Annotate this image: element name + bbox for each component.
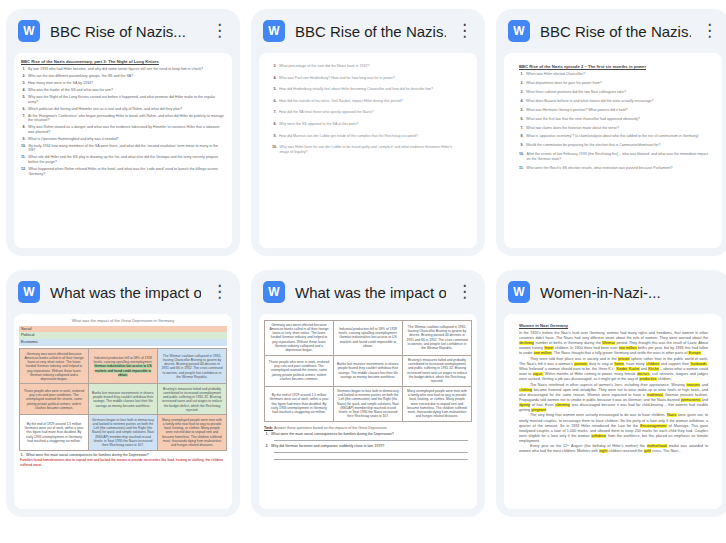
doc-list-number: 11. bbox=[21, 155, 28, 164]
doc-list-text: What three cabinet positions did the two… bbox=[526, 90, 709, 95]
doc-list-item: 10.After the events of late February 193… bbox=[519, 152, 709, 161]
file-card[interactable]: W Women-in-Nazi-... ⋮ Women in Nazi Germ… bbox=[496, 270, 726, 517]
table-cell: Those people who were in work, endured p… bbox=[20, 384, 89, 415]
doc-question-text: What were the main social consequences f… bbox=[271, 432, 472, 436]
doc-list-text: Who was the leader of the SS and what wa… bbox=[28, 88, 224, 93]
doc-list-item: 7.How did the SA treat those who openly … bbox=[272, 110, 461, 115]
impact-table: Germany was worst affected because Ameri… bbox=[19, 348, 227, 450]
file-title: BBC Rise of Nazis... bbox=[50, 23, 201, 40]
doc-list-text: What was Hermann Goring's position? What… bbox=[526, 108, 709, 113]
doc-preview-thumbnail[interactable]: What was the impact of the Great Depress… bbox=[14, 314, 232, 509]
doc-list-item: 1.When was Hitler elected Chancellor? bbox=[519, 72, 709, 77]
file-card-header: W BBC Rise of the Nazis... ⋮ bbox=[496, 9, 726, 53]
doc-list-item: 5.How did Hindenburg initially feel abou… bbox=[272, 87, 461, 92]
highlighted-text: children bbox=[646, 362, 660, 366]
doc-list-text: What is Operation Hummingbird and why wa… bbox=[28, 137, 224, 142]
doc-list-item: 9.How did Marinus van der Lubbe get insi… bbox=[272, 134, 461, 139]
highlighted-text: productive bbox=[639, 377, 657, 381]
doc-list-number: 10. bbox=[272, 145, 280, 155]
doc-list-item: 9.What is Operation Hummingbird and why … bbox=[21, 137, 224, 142]
highlighted-text: argue bbox=[533, 372, 543, 376]
file-card[interactable]: W BBC Rise of the Nazis... ⋮ BBC Rise of… bbox=[496, 9, 726, 256]
doc-list-text: Which politician did Goring and Himmler … bbox=[28, 107, 224, 112]
doc-list-text: Why was Hitler keen for van der Lubbe to… bbox=[280, 145, 462, 155]
table-row: Germany was worst affected because Ameri… bbox=[20, 349, 227, 384]
doc-list-text: Why were the SS opposed to the SA at thi… bbox=[279, 122, 461, 127]
doc-list-number: 9. bbox=[519, 143, 526, 148]
doc-list-text: What is 'apparatus economy'? (a claim/an… bbox=[526, 134, 709, 139]
highlighted-text: permanents bbox=[681, 398, 701, 402]
highlighted-text: pregnant bbox=[531, 408, 546, 412]
file-card[interactable]: W BBC Rise of Nazis... ⋮ BBC Rise of the… bbox=[6, 9, 240, 256]
more-options-icon[interactable]: ⋮ bbox=[211, 281, 228, 303]
file-card[interactable]: W What was the impact o... ⋮ Germany was… bbox=[251, 270, 485, 517]
doc-list-item: 8.Why were the SS opposed to the SA at t… bbox=[272, 122, 461, 127]
doc-paragraph: Every year on the 12ᵗʰ August (the birth… bbox=[519, 444, 708, 454]
doc-list-text: What happened when Rohm refused Hitler a… bbox=[29, 167, 225, 176]
doc-list-item: 8.What is 'apparatus economy'? (a claim/… bbox=[519, 134, 709, 139]
highlighted-text: doctors bbox=[637, 372, 650, 376]
doc-list-text: Why was Rohm viewed as a danger, and wha… bbox=[28, 125, 224, 134]
word-file-icon: W bbox=[263, 281, 285, 303]
doc-list-text: Would the commission be preparing for th… bbox=[526, 143, 709, 148]
doc-list-number: 3. bbox=[272, 64, 279, 69]
doc-list-text: What was the first law that the new chan… bbox=[526, 117, 709, 122]
doc-list-number: 5. bbox=[519, 108, 526, 113]
doc-preview-thumbnail[interactable]: BBC Rise of the Nazis episode 2 – The fi… bbox=[504, 53, 722, 248]
doc-list-number: 3. bbox=[21, 81, 28, 86]
doc-list-item: 6.What was the first law that the new ch… bbox=[519, 117, 709, 122]
highlighted-text: Nazis bbox=[667, 413, 677, 417]
doc-list-number: 3. bbox=[519, 90, 526, 95]
doc-list-number: 8. bbox=[272, 122, 279, 127]
more-options-icon[interactable]: ⋮ bbox=[211, 20, 228, 42]
doc-list-text: Who was Paul von Hindenburg? How and for… bbox=[279, 76, 461, 81]
more-options-icon[interactable]: ⋮ bbox=[701, 20, 718, 42]
doc-list-text: What role did Hitler and the SS play in … bbox=[28, 155, 224, 164]
doc-preview-thumbnail[interactable]: Germany was worst affected because Ameri… bbox=[259, 314, 477, 509]
doc-list-item: 9.Would the commission be preparing for … bbox=[519, 143, 709, 148]
doc-paragraph: The very thing that women were actively … bbox=[519, 413, 708, 443]
doc-list-text: How did Hindenburg initially feel about … bbox=[279, 87, 461, 92]
doc-list-number: 7. bbox=[272, 110, 279, 115]
doc-list-number: 7. bbox=[519, 126, 526, 131]
file-title: BBC Rise of the Nazis... bbox=[540, 23, 691, 40]
doc-paragraph: The Nazis interfered in other aspects of… bbox=[519, 383, 708, 413]
doc-list-item: 5.Why was the Night of the Long Knives c… bbox=[21, 95, 224, 104]
word-file-icon: W bbox=[263, 20, 285, 42]
more-options-icon[interactable]: ⋮ bbox=[456, 20, 473, 42]
answer-blank-line bbox=[274, 437, 468, 442]
doc-heading: Women in Nazi Germany bbox=[519, 323, 708, 328]
doc-list-text: How did the suicide of his niece, Geli R… bbox=[279, 99, 461, 104]
table-row: By the end of 1929 around 1.5 million Ge… bbox=[20, 415, 227, 450]
table-cell: Germans began to lose faith in democracy… bbox=[334, 386, 403, 421]
table-cell: Bruning's measures failed and probably c… bbox=[158, 384, 227, 415]
doc-list-number: 2. bbox=[21, 74, 28, 79]
file-card[interactable]: W BBC Rise of the Nazis... ⋮ 3.What perc… bbox=[251, 9, 485, 256]
doc-list-item: 6.How did the suicide of his niece, Geli… bbox=[272, 99, 461, 104]
file-card-header: W BBC Rise of Nazis... ⋮ bbox=[6, 9, 240, 53]
table-cell: By the end of 1929 around 1.5 million Ge… bbox=[265, 386, 334, 421]
word-file-icon: W bbox=[508, 20, 530, 42]
file-card[interactable]: W What was the impact o... ⋮ What was th… bbox=[6, 270, 240, 517]
doc-question: 1.What were the main social consequences… bbox=[19, 453, 227, 457]
doc-list-text: By late 1933 who had Hitler become, and … bbox=[28, 67, 224, 72]
doc-preview-thumbnail[interactable]: BBC Rise of the Nazis documentary, part … bbox=[14, 53, 232, 248]
doc-preview-thumbnail[interactable]: 3.What percentage of the vote did the Na… bbox=[259, 53, 477, 248]
doc-paragraph: They were told their place was in societ… bbox=[519, 357, 708, 382]
more-options-icon[interactable]: ⋮ bbox=[456, 281, 473, 303]
answer-blank-line bbox=[274, 456, 468, 461]
file-card-header: W What was the impact o... ⋮ bbox=[251, 270, 485, 314]
doc-list-item: 10.By early 1934 how many members of the… bbox=[21, 144, 224, 153]
doc-list-item: 11.What role did Hitler and the SS play … bbox=[21, 155, 224, 164]
table-cell: Many unemployed people were men with a f… bbox=[403, 386, 472, 421]
table-cell: Germany was worst affected because Ameri… bbox=[265, 320, 334, 355]
doc-list-text: When was Hitler elected Chancellor? bbox=[526, 72, 709, 77]
doc-list-text: What two claims does the historian make … bbox=[526, 126, 709, 131]
highlighted-text: two million bbox=[619, 346, 637, 350]
doc-preview-content: BBC Rise of the Nazis documentary, part … bbox=[14, 53, 232, 248]
doc-list-number: 8. bbox=[519, 134, 526, 139]
doc-list-number: 6. bbox=[519, 117, 526, 122]
doc-list-item: 10.Why was Hitler keen for van der Lubbe… bbox=[272, 145, 461, 155]
highlighted-text: Weimar bbox=[602, 341, 615, 345]
doc-preview-thumbnail[interactable]: Women in Nazi GermanyIn the 1920's befor… bbox=[504, 314, 722, 509]
